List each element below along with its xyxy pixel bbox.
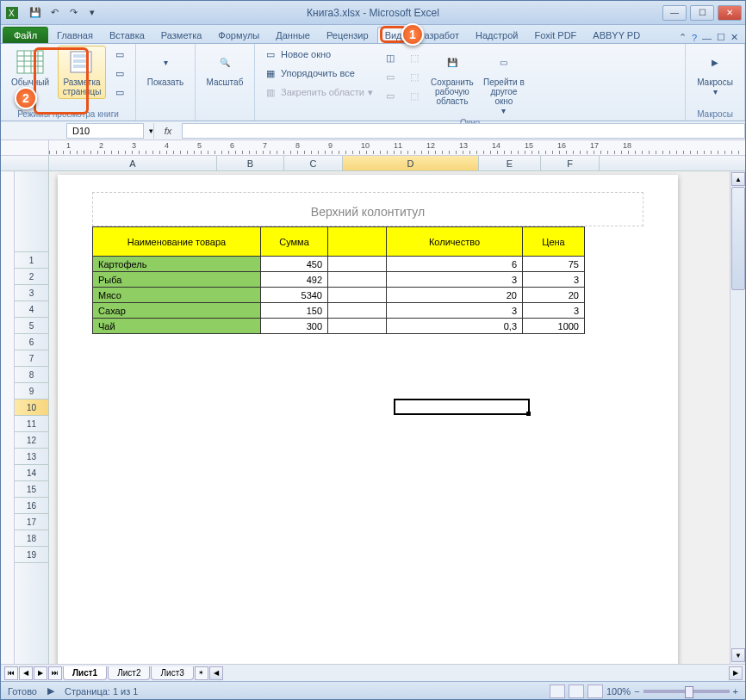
qat-redo-icon[interactable]: ↷: [65, 4, 82, 22]
row-header-1[interactable]: 1: [15, 252, 48, 269]
scroll-left-icon[interactable]: ◀: [209, 666, 223, 680]
page-header[interactable]: Верхний колонтитул: [92, 192, 643, 226]
row-header-17[interactable]: 17: [15, 514, 48, 530]
doc-min-icon[interactable]: —: [702, 33, 712, 43]
row-header-14[interactable]: 14: [15, 465, 48, 481]
window-title: Книга3.xlsx - Microsoft Excel: [307, 7, 439, 19]
status-pagelayout-view-button[interactable]: [569, 685, 584, 698]
minimize-button[interactable]: —: [662, 5, 687, 21]
tab-insert[interactable]: Вставка: [102, 27, 152, 43]
maximize-button[interactable]: ☐: [690, 5, 714, 21]
qat-undo-icon[interactable]: ↶: [46, 4, 63, 22]
scroll-up-icon[interactable]: ▲: [731, 172, 745, 186]
formula-input[interactable]: [182, 123, 745, 139]
tab-file[interactable]: Файл: [3, 27, 48, 43]
switch-window-button[interactable]: ▭ Перейти в другое окно▾: [480, 46, 528, 118]
svg-rect-2: [17, 51, 43, 73]
save-workspace-button[interactable]: 💾 Сохранить рабочую область: [428, 46, 476, 108]
scroll-down-icon[interactable]: ▼: [731, 648, 745, 662]
row-header-11[interactable]: 11: [15, 416, 48, 432]
tab-abbyy[interactable]: ABBYY PD: [585, 27, 648, 43]
col-header-E[interactable]: E: [479, 156, 541, 170]
svg-rect-12: [73, 65, 89, 68]
row-header-2[interactable]: 2: [15, 269, 48, 285]
column-headers: ABCDEF: [1, 156, 745, 171]
row-header-19[interactable]: 19: [15, 547, 48, 563]
status-pagebreak-view-button[interactable]: [587, 685, 603, 698]
select-all-corner[interactable]: [1, 156, 49, 170]
qat-more-icon[interactable]: ▾: [84, 4, 101, 22]
freeze-icon: ▥: [264, 85, 277, 99]
new-window-button[interactable]: ▭Новое окно: [260, 46, 376, 63]
macro-record-icon[interactable]: ▶: [47, 685, 54, 697]
table-row: Мясо 5340 20 20: [93, 288, 585, 303]
tab-nav-prev[interactable]: ◀: [19, 666, 33, 680]
doc-close-icon[interactable]: ✕: [730, 32, 738, 43]
help-icon[interactable]: ?: [692, 33, 697, 43]
col-header-A[interactable]: A: [49, 156, 217, 170]
tab-layout[interactable]: Разметка: [153, 27, 210, 43]
scroll-thumb-v[interactable]: [731, 187, 745, 290]
row-header-13[interactable]: 13: [15, 449, 48, 465]
col-header-B[interactable]: B: [217, 156, 284, 170]
tab-nav-first[interactable]: ⏮: [4, 666, 18, 680]
row-header-3[interactable]: 3: [15, 285, 48, 301]
close-button[interactable]: ✕: [718, 5, 742, 21]
zoom-level[interactable]: 100%: [606, 686, 631, 697]
zoom-out-button[interactable]: −: [634, 686, 639, 697]
freeze-panes-button[interactable]: ▥Закрепить области▾: [260, 84, 376, 101]
col-header-F[interactable]: F: [541, 156, 600, 170]
page-break-preview-button[interactable]: ▭: [109, 46, 130, 63]
custom-views-button[interactable]: ▭: [109, 65, 130, 82]
row-header-10[interactable]: 10: [15, 400, 48, 416]
ribbon-minimize-icon[interactable]: ⌃: [679, 32, 687, 43]
page-layout-view-button[interactable]: Разметка страницы: [58, 46, 106, 99]
tab-foxit[interactable]: Foxit PDF: [526, 27, 584, 43]
normal-view-button[interactable]: Обычный: [6, 46, 54, 90]
col-header-C[interactable]: C: [284, 156, 343, 170]
namebox-dropdown-icon[interactable]: ▾: [149, 127, 153, 135]
row-header-8[interactable]: 8: [15, 367, 48, 383]
new-sheet-button[interactable]: ✶: [195, 666, 208, 680]
zoom-slider[interactable]: [643, 690, 730, 693]
status-normal-view-button[interactable]: [550, 685, 565, 698]
row-header-18[interactable]: 18: [15, 530, 48, 547]
row-header-4[interactable]: 4: [15, 301, 48, 318]
worksheet-area[interactable]: Верхний колонтитул Наименование товара С…: [49, 171, 730, 664]
tab-home[interactable]: Главная: [49, 27, 101, 43]
tab-nav-last[interactable]: ⏭: [48, 666, 62, 680]
tab-data[interactable]: Данные: [268, 27, 318, 43]
fullscreen-button[interactable]: ▭: [109, 84, 130, 101]
scroll-right-icon[interactable]: ▶: [729, 666, 743, 680]
tab-nav-next[interactable]: ▶: [34, 666, 47, 680]
doc-max-icon[interactable]: ☐: [717, 32, 725, 43]
row-header-15[interactable]: 15: [15, 481, 48, 498]
row-header-16[interactable]: 16: [15, 498, 48, 514]
row-header-6[interactable]: 6: [15, 334, 48, 350]
row-header-12[interactable]: 12: [15, 432, 48, 449]
zoom-in-button[interactable]: +: [733, 686, 738, 697]
show-button[interactable]: ▾ Показать: [141, 46, 190, 90]
row-header-9[interactable]: 9: [15, 383, 48, 400]
split-button[interactable]: ◫: [380, 49, 401, 66]
row-header-7[interactable]: 7: [15, 350, 48, 367]
unhide-button[interactable]: ▭: [380, 87, 401, 104]
row-header-5[interactable]: 5: [15, 318, 48, 334]
sheet-tab-2[interactable]: Лист2: [108, 666, 150, 680]
tab-formulas[interactable]: Формулы: [210, 27, 267, 43]
fx-button[interactable]: fx: [159, 126, 177, 136]
tab-addins[interactable]: Надстрой: [468, 27, 525, 43]
name-box[interactable]: [66, 123, 144, 139]
arrange-all-button[interactable]: ▦Упорядочить все: [260, 65, 376, 82]
tab-review[interactable]: Рецензир: [319, 27, 376, 43]
zoom-button[interactable]: 🔍 Масштаб: [201, 46, 249, 90]
qat-save-icon[interactable]: 💾: [27, 4, 44, 22]
horizontal-scrollbar[interactable]: ◀ ▶: [208, 665, 745, 681]
vertical-scrollbar[interactable]: ▲ ▼: [730, 171, 745, 664]
col-header-D[interactable]: D: [343, 156, 479, 170]
sheet-tab-1[interactable]: Лист1: [63, 666, 107, 680]
macros-button[interactable]: ▶ Макросы▾: [691, 46, 739, 99]
hide-button[interactable]: ▭: [380, 68, 401, 85]
svg-rect-11: [73, 59, 89, 63]
sheet-tab-3[interactable]: Лист3: [151, 666, 193, 680]
